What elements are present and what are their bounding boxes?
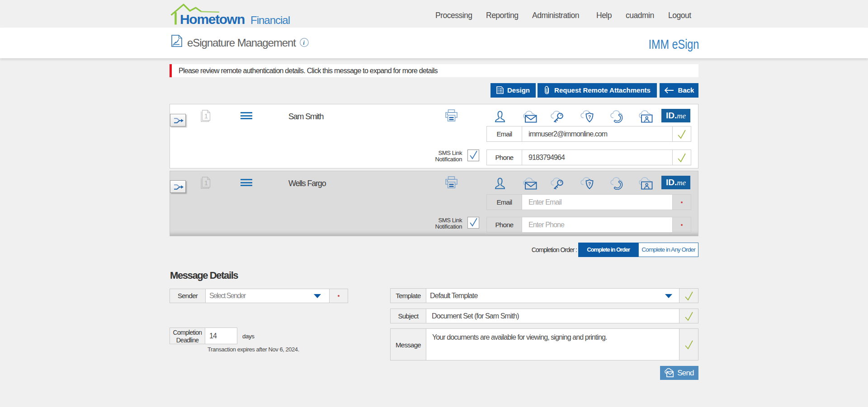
svg-text:?: ? [588,182,591,187]
svg-text:i: i [303,40,305,46]
svg-text:?: ? [588,115,591,120]
svg-text:1: 1 [204,112,208,120]
svg-text:1: 1 [204,179,208,187]
svg-text:Financial: Financial [250,14,290,26]
svg-text:Hometown: Hometown [180,12,245,27]
svg-text:x: x [172,43,174,47]
